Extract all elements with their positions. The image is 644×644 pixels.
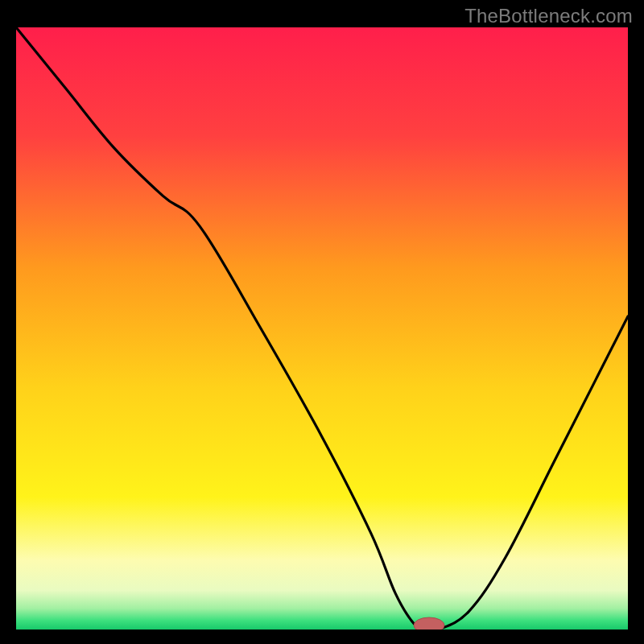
watermark-text: TheBottleneck.com (464, 5, 633, 27)
minimum-marker (414, 617, 444, 630)
chart-frame: TheBottleneck.com (0, 0, 644, 644)
chart-svg (16, 27, 628, 630)
plot-area (16, 27, 628, 630)
gradient-rect (16, 27, 628, 630)
